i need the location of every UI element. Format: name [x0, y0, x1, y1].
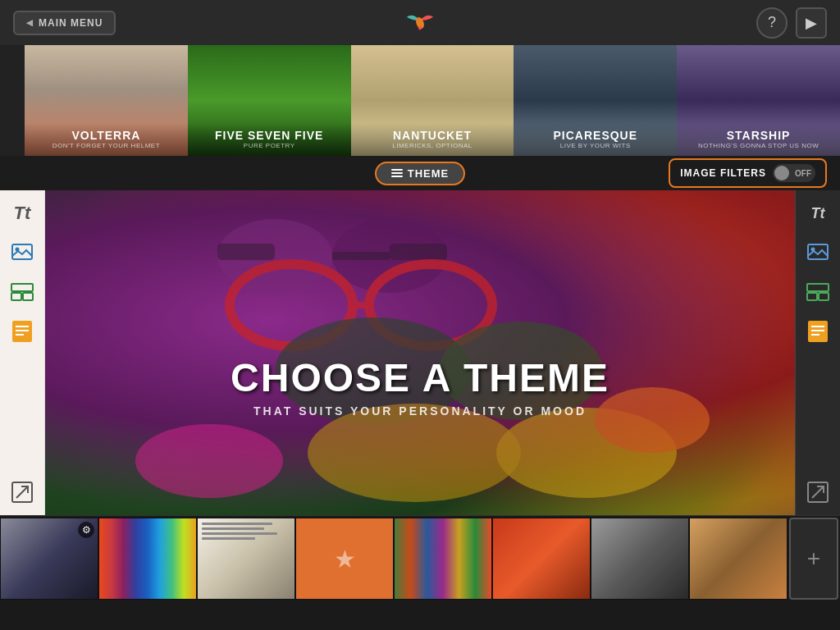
toggle-off-label: OFF — [795, 169, 811, 178]
svg-rect-3 — [11, 284, 33, 291]
themes-row: VOLTERRA DON'T FORGET YOUR HELMET FIVE S… — [0, 45, 840, 156]
play-icon: ▶ — [806, 14, 817, 32]
theme-card-fivesevenfive[interactable]: FIVE SEVEN FIVE PURE POETRY — [188, 45, 351, 156]
thumbnail-6[interactable] — [492, 518, 591, 600]
layout-tool-icon — [11, 283, 34, 301]
layout-tool-right-icon — [806, 283, 829, 301]
notes-tool-icon — [11, 320, 33, 343]
theme-lines-icon — [391, 169, 403, 177]
toggle-knob — [774, 166, 789, 180]
volterra-subtitle: DON'T FORGET YOUR HELMET — [31, 142, 181, 149]
help-icon: ? — [768, 14, 776, 31]
theme-card-volterra[interactable]: VOLTERRA DON'T FORGET YOUR HELMET — [25, 45, 188, 156]
sunglasses-background — [45, 190, 795, 515]
fivesevenfive-subtitle: PURE POETRY — [194, 142, 345, 149]
theme-pill-button[interactable]: THEME — [375, 162, 466, 185]
share-tool-icon — [11, 482, 33, 503]
fivesevenfive-title: FIVE SEVEN FIVE — [194, 130, 345, 142]
svg-rect-27 — [807, 284, 829, 291]
thumbnail-4[interactable]: ★ — [295, 518, 394, 600]
text-tool-right-icon: Tt — [811, 205, 825, 222]
text-tool-right-button[interactable]: Tt — [803, 199, 833, 228]
layout-tool-right-button[interactable] — [803, 277, 833, 307]
image-filters-control[interactable]: IMAGE FILTERS OFF — [669, 158, 827, 188]
layout-tool-button[interactable] — [7, 277, 37, 307]
thumbnail-2[interactable] — [98, 518, 197, 600]
text-tool-button[interactable]: Tt — [7, 199, 37, 228]
nantucket-subtitle: LIMERICKS, OPTIONAL — [358, 142, 508, 149]
logo-bird-icon — [405, 8, 435, 38]
play-button[interactable]: ▶ — [796, 7, 827, 39]
choose-theme-subtitle: THAT SUITS YOUR PERSONALITY OR MOOD — [83, 404, 758, 418]
thumbnail-3[interactable] — [197, 518, 295, 600]
svg-rect-14 — [217, 244, 275, 260]
theme-pill-label: THEME — [408, 167, 450, 180]
svg-rect-28 — [807, 293, 817, 300]
theme-card-partial[interactable] — [0, 45, 25, 156]
nantucket-title: NANTUCKET — [358, 130, 508, 142]
picaresque-title: PICARESQUE — [520, 130, 670, 142]
thumbnail-8[interactable] — [689, 518, 788, 600]
plus-icon: + — [807, 546, 820, 572]
share-tool-right-button[interactable] — [803, 477, 833, 507]
image-tool-right-icon — [806, 241, 829, 264]
thumbnail-1[interactable]: ⚙ — [0, 518, 98, 600]
help-button[interactable]: ? — [756, 7, 788, 39]
left-panel: Tt — [0, 190, 45, 515]
svg-point-23 — [135, 424, 283, 498]
starship-subtitle: NOTHING'S GONNA STOP US NOW — [683, 142, 833, 149]
svg-rect-13 — [332, 252, 390, 260]
theme-card-picaresque[interactable]: PICARESQUE Live By Your Wits — [514, 45, 677, 156]
starship-title: STARSHIP — [683, 130, 833, 142]
center-text-overlay: CHOOSE A THEME THAT SUITS YOUR PERSONALI… — [83, 358, 758, 418]
picaresque-subtitle: Live By Your Wits — [520, 142, 670, 149]
svg-rect-29 — [819, 293, 829, 300]
image-tool-button[interactable] — [7, 238, 37, 267]
top-right-icons: ? ▶ — [756, 7, 827, 39]
app-logo — [405, 8, 435, 38]
text-tool-icon: Tt — [14, 203, 31, 224]
main-menu-button[interactable]: MAIN MENU — [13, 11, 116, 35]
choose-theme-title: CHOOSE A THEME — [83, 358, 758, 398]
share-tool-right-icon — [807, 482, 829, 503]
thumbnail-5[interactable] — [394, 518, 492, 600]
top-bar: MAIN MENU ? ▶ — [0, 0, 840, 45]
image-filters-toggle[interactable]: OFF — [773, 164, 815, 182]
svg-rect-15 — [390, 244, 447, 260]
thumbnail-7[interactable] — [591, 518, 689, 600]
svg-point-21 — [308, 404, 521, 502]
svg-rect-4 — [11, 293, 21, 300]
volterra-title: VOLTERRA — [31, 130, 181, 142]
add-slide-button[interactable]: + — [789, 518, 838, 600]
main-menu-label: MAIN MENU — [39, 17, 103, 29]
image-tool-right-button[interactable] — [803, 238, 833, 267]
image-filters-label: IMAGE FILTERS — [680, 167, 766, 179]
image-tool-icon — [11, 241, 34, 264]
bottom-strip: ⚙ ★ + — [0, 515, 840, 601]
theme-card-starship[interactable]: STARSHIP NOTHING'S GONNA STOP US NOW — [677, 45, 840, 156]
notes-tool-right-button[interactable] — [803, 317, 833, 346]
notes-tool-right-icon — [807, 320, 829, 343]
main-area: Tt — [0, 190, 840, 515]
thumb-gear-icon[interactable]: ⚙ — [78, 522, 94, 538]
center-image-area: CHOOSE A THEME THAT SUITS YOUR PERSONALI… — [45, 190, 795, 515]
right-panel: Tt — [795, 190, 840, 515]
notes-tool-button[interactable] — [7, 317, 37, 346]
share-tool-button[interactable] — [7, 477, 37, 507]
controls-bar: THEME IMAGE FILTERS OFF — [0, 156, 840, 190]
svg-rect-5 — [23, 293, 33, 300]
theme-card-nantucket[interactable]: NANTUCKET LIMERICKS, OPTIONAL — [351, 45, 514, 156]
